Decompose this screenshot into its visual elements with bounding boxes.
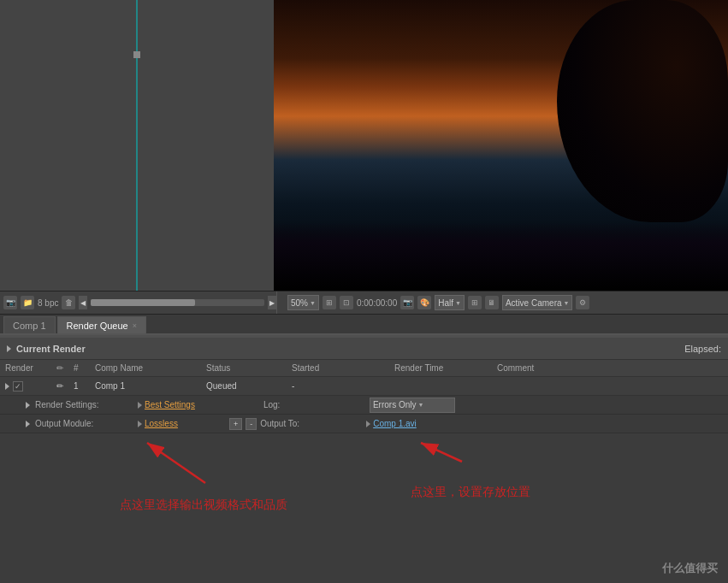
- render-settings-value[interactable]: Best Settings: [145, 400, 195, 409]
- output-to-value[interactable]: Comp 1.avi: [373, 419, 417, 428]
- folder-icon[interactable]: 📁: [21, 296, 34, 309]
- log-dropdown[interactable]: Errors Only ▼: [370, 398, 455, 413]
- log-value: Errors Only: [373, 400, 417, 409]
- bpc-label: 8 bpc: [38, 298, 58, 308]
- col-header-name: Comp Name: [90, 363, 201, 373]
- toolbar: 📷 📁 8 bpc 🗑 ◀ ▶ 50% ▼ ⊞ ⊡ 0:00:00:00 📷 🎨…: [0, 291, 728, 315]
- svg-line-3: [421, 443, 462, 462]
- toolbar-right: 50% ▼ ⊞ ⊡ 0:00:00:00 📷 🎨 Half ▼ ⊞ 🖥 Acti…: [281, 295, 725, 310]
- next-frame-btn[interactable]: ▶: [268, 296, 276, 309]
- row-number: 1: [68, 381, 90, 391]
- row-expand[interactable]: [0, 381, 51, 392]
- preview-silhouette: [557, 0, 728, 222]
- add-output-btn[interactable]: +: [229, 418, 242, 430]
- zoom-dropdown-arrow: ▼: [310, 300, 316, 306]
- output-module-value[interactable]: Lossless: [145, 419, 178, 428]
- render-settings-label: Render Settings:: [35, 400, 138, 409]
- svg-line-2: [147, 443, 205, 483]
- rs-expand-icon[interactable]: [26, 402, 30, 409]
- annotation-text-1: 点这里选择输出视频格式和品质: [120, 498, 287, 511]
- row-started: -: [287, 381, 389, 391]
- camera2-icon[interactable]: 📷: [400, 296, 414, 309]
- camera-icon[interactable]: 📷: [3, 296, 17, 309]
- col-header-hash: #: [68, 363, 90, 373]
- timeline-line: [136, 0, 137, 291]
- row-pencil[interactable]: ✏: [51, 381, 68, 391]
- col-header-pencil: ✏: [51, 363, 68, 373]
- output-to-section: + - Output To: Comp 1.avi: [229, 418, 417, 430]
- tab-render-queue-label: Render Queue: [67, 321, 128, 331]
- quality-dropdown-arrow: ▼: [455, 300, 461, 306]
- col-header-rendertime: Render Time: [389, 363, 492, 373]
- quality-dropdown[interactable]: Half ▼: [435, 295, 465, 310]
- output-module-row: Output Module: Lossless + - Output To: C…: [0, 415, 728, 433]
- expand-icon[interactable]: [7, 345, 11, 352]
- log-label: Log:: [263, 400, 366, 409]
- col-header-comment: Comment: [492, 363, 728, 373]
- svg-text:点这里选择输出视频格式和品质: 点这里选择输出视频格式和品质: [120, 498, 287, 511]
- log-section: Log: Errors Only ▼: [263, 398, 455, 413]
- timeline-handle[interactable]: [133, 51, 140, 58]
- log-dropdown-arrow: ▼: [417, 402, 423, 408]
- om-expand-icon[interactable]: [26, 421, 30, 427]
- preview-image: [274, 0, 728, 291]
- annotation-text-2: 点这里，设置存放位置: [411, 485, 530, 498]
- trash-icon[interactable]: 🗑: [62, 296, 75, 309]
- current-render-title: Current Render: [7, 344, 86, 354]
- col-header-render: Render: [0, 363, 51, 373]
- toolbar-left: 📷 📁 8 bpc 🗑 ◀ ▶: [3, 292, 277, 314]
- color-icon[interactable]: 🎨: [417, 296, 431, 309]
- row-checkbox[interactable]: [13, 381, 23, 392]
- current-render-header: Current Render Elapsed:: [0, 338, 728, 360]
- monitor-icon[interactable]: 🖥: [485, 296, 499, 309]
- zoom-dropdown[interactable]: 50% ▼: [287, 295, 319, 310]
- tabs-row: Comp 1 Render Queue ×: [0, 315, 728, 335]
- timecode-label: 0:00:00:00: [357, 298, 397, 308]
- right-preview: [274, 0, 728, 291]
- table-row: ✏ 1 Comp 1 Queued -: [0, 377, 728, 396]
- render-panel: Current Render Elapsed: Render ✏ # Comp …: [0, 338, 728, 433]
- col-headers: Render ✏ # Comp Name Status Started Rend…: [0, 360, 728, 377]
- rs-dropdown-icon[interactable]: [138, 402, 142, 409]
- timeline-progress[interactable]: [91, 299, 264, 306]
- row-comp-name: Comp 1: [90, 381, 201, 391]
- render-settings-row: Render Settings: Best Settings Log: Erro…: [0, 396, 728, 415]
- preview-cityscape: [274, 222, 728, 291]
- ot-dropdown-icon[interactable]: [366, 421, 370, 427]
- settings-icon[interactable]: ⚙: [576, 296, 589, 309]
- col-header-started: Started: [287, 363, 389, 373]
- elapsed-label: Elapsed:: [684, 344, 721, 354]
- grid-icon[interactable]: ⊞: [468, 296, 482, 309]
- view-dropdown[interactable]: Active Camera ▼: [502, 295, 573, 310]
- col-header-status: Status: [201, 363, 287, 373]
- remove-output-btn[interactable]: -: [246, 418, 257, 430]
- svg-text:点这里，设置存放位置: 点这里，设置存放位置: [411, 485, 530, 498]
- prev-frame-btn[interactable]: ◀: [79, 296, 87, 309]
- tab-comp1[interactable]: Comp 1: [3, 316, 56, 333]
- left-panel: [0, 0, 274, 291]
- view-dropdown-arrow: ▼: [564, 300, 570, 306]
- watermark: 什么值得买: [662, 561, 718, 576]
- output-to-label: Output To:: [260, 419, 363, 428]
- tab-comp1-label: Comp 1: [13, 321, 46, 331]
- current-render-label: Current Render: [16, 344, 86, 354]
- safe-zones-icon[interactable]: ⊡: [340, 296, 353, 309]
- fit-icon[interactable]: ⊞: [323, 296, 336, 309]
- row-status: Queued: [201, 381, 287, 391]
- tab-render-queue[interactable]: Render Queue ×: [57, 316, 146, 333]
- output-module-label: Output Module:: [35, 419, 138, 428]
- preview-area: [0, 0, 728, 291]
- row-expand-icon[interactable]: [5, 383, 9, 390]
- tab-close-icon[interactable]: ×: [133, 321, 137, 330]
- om-dropdown-icon[interactable]: [138, 421, 142, 427]
